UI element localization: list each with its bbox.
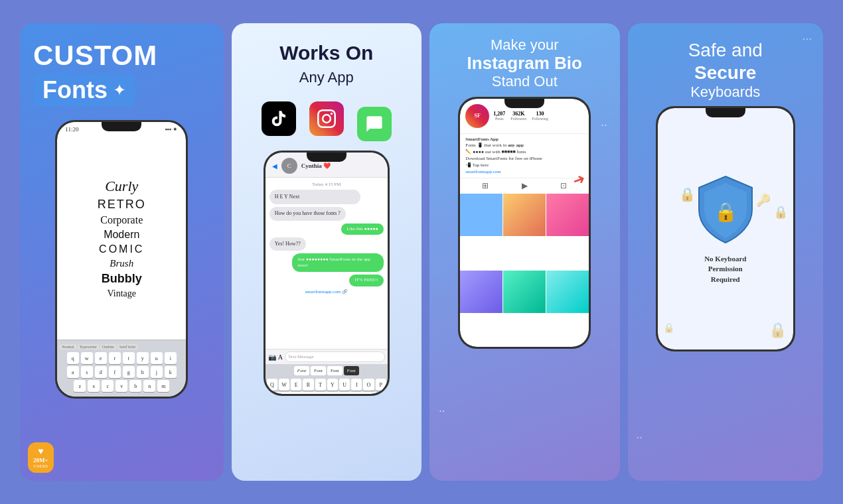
phone-notch — [102, 122, 141, 131]
insta-avatar: SF — [465, 104, 489, 128]
font-comic: COMIC — [66, 243, 177, 255]
msg-smartfonts: Just ●●●●●●●● SmartFonts in the app stor… — [292, 253, 384, 272]
kb-key: r — [109, 352, 121, 364]
insta-posts: 1,207 Posts — [493, 111, 505, 121]
kb-r: R — [303, 379, 313, 391]
phone-screen-2: ◀ C Cynthia ❤️ Today 4:15 PM H E Y Next … — [266, 153, 388, 394]
kb-key: z — [74, 380, 86, 392]
sparkle-icon: ✦ — [113, 81, 126, 99]
phone-mockup-3: SF 1,207 Posts 362K Followers 130 Follow — [458, 97, 591, 349]
fonts-badge: Fonts ✦ — [33, 74, 135, 107]
insta-followers: 362K Followers — [510, 111, 526, 121]
text-input[interactable]: Text Message — [285, 351, 385, 362]
kb-key: e — [95, 352, 107, 364]
kb-key: m — [157, 380, 169, 392]
kb-e: E — [291, 379, 301, 391]
font-modern: Modern — [66, 229, 177, 241]
works-on-title: Works On Any App — [279, 42, 373, 87]
bio-link: smartfontsapp.com — [465, 169, 583, 176]
secure-text: Secure — [694, 62, 756, 83]
fonts-label: Fonts — [42, 76, 108, 104]
kb-key: n — [143, 380, 155, 392]
no-keyboard-line: No Keyboard — [704, 255, 746, 263]
bio-line2: ✏️ ●●●● out with ■■■■■ fonts — [465, 149, 583, 156]
safe-text: Safe and — [688, 40, 763, 60]
contact-avatar: C — [281, 158, 297, 174]
kb-key: a — [67, 366, 79, 378]
font-keyboard-row: Font Font Font Font — [266, 364, 388, 377]
kb-key: u — [151, 352, 163, 364]
instagram-bio-label: Instagram Bio — [467, 54, 582, 73]
font-key-1[interactable]: Font — [294, 366, 309, 375]
card-works-on: Works On Any App — [232, 23, 422, 481]
font-vintage: Vintage — [66, 288, 177, 299]
following-count: 130 — [532, 111, 548, 117]
kb-y: Y — [327, 379, 338, 391]
kb-key: b — [129, 380, 141, 392]
kb-key: v — [115, 380, 127, 392]
kb-key: h — [137, 366, 149, 378]
shield-area: 🔒 🔒 🔑 — [692, 173, 759, 249]
kb-key: d — [95, 366, 107, 378]
make-your-label: Make your — [467, 36, 582, 54]
font-key-4-selected[interactable]: Font — [344, 366, 359, 375]
contact-info: Cynthia ❤️ — [301, 162, 331, 169]
app-icons — [262, 96, 392, 141]
extra-lock-bottom: 🔒 — [769, 322, 787, 339]
font-key-3[interactable]: Font — [327, 366, 343, 375]
font-key-2[interactable]: Font — [311, 366, 326, 375]
grid-view-icon: ⊞ — [482, 181, 489, 191]
grid-item-4 — [460, 271, 502, 313]
font-list: Curly RETRO Corporate Modern COMIC Brush… — [57, 137, 186, 340]
insta-stats: 1,207 Posts 362K Followers 130 Following — [493, 111, 548, 121]
phone-mockup-1: 11:20 ▪▪▪ ✦ Curly RETRO Corporate Modern… — [55, 120, 188, 399]
heart-icon: ♥ — [38, 446, 43, 457]
extra-lock-small: 🔒 — [663, 322, 674, 334]
keyboards-label: Keyboards — [688, 84, 763, 101]
kb-p: P — [376, 379, 386, 391]
grid-item-3 — [546, 194, 589, 236]
font-corporate: Corporate — [66, 214, 177, 226]
users-badge: ♥ 20M+ USERS — [28, 442, 54, 473]
phone-screen-3: SF 1,207 Posts 362K Followers 130 Follow — [460, 99, 589, 347]
custom-label: CUSTOM — [33, 42, 157, 70]
kb-key: j — [151, 366, 163, 378]
tag-icon: ⊡ — [560, 181, 567, 191]
kb-u: U — [339, 379, 350, 391]
keyboard-row-3: z x c v b n m — [60, 380, 183, 392]
insta-bio-section: SmartFonts App Fonts 📱 that work in any … — [460, 134, 589, 178]
msg-its-free: IT'S FREE!! — [349, 275, 383, 286]
kb-key: g — [123, 366, 135, 378]
safe-label: Safe and Secure — [688, 39, 763, 84]
any-app-label: Any App — [299, 69, 354, 86]
kb-t: T — [315, 379, 326, 391]
kb-key: s — [81, 366, 93, 378]
dots-decoration-left: • • — [439, 409, 445, 414]
dots-top-right: • • • — [803, 36, 811, 42]
grid-icons: ⊞ ▶ ⊡ — [460, 178, 589, 194]
lock-content: 🔒 🔒 🔑 No Keyboard Permission Required — [682, 162, 769, 295]
bio-line3: Download SmartFonts for free on iPhone — [465, 156, 583, 162]
card-safe-secure: • • • Safe and Secure Keyboards 🔒 — [628, 23, 824, 481]
kb-key: i — [165, 352, 177, 364]
phone-screen-1: 11:20 ▪▪▪ ✦ Curly RETRO Corporate Modern… — [57, 122, 186, 397]
signal: ▪▪▪ ✦ — [165, 126, 178, 133]
kb-key: x — [88, 380, 100, 392]
website-link: smartfontsapp.com 🔗 — [269, 289, 384, 294]
followers-count: 362K — [510, 111, 526, 117]
time: 11:20 — [65, 126, 78, 133]
kb-key: t — [123, 352, 135, 364]
kb-key: y — [137, 352, 149, 364]
back-button: ◀ — [272, 162, 277, 170]
grid-item-1 — [460, 194, 502, 236]
kb-key: c — [102, 380, 114, 392]
messages-icon — [357, 107, 392, 141]
grid-item-6 — [546, 271, 589, 313]
safe-secure-header: Safe and Secure Keyboards — [688, 39, 763, 106]
kb-q: Q — [267, 379, 277, 391]
bio-tap: 📲 Tap here — [465, 162, 583, 169]
msg-yes-how: Yes! How?? — [269, 237, 306, 251]
tiktok-icon — [262, 101, 296, 136]
grid-item-5 — [503, 271, 546, 313]
font-brush: Brush — [66, 258, 177, 269]
